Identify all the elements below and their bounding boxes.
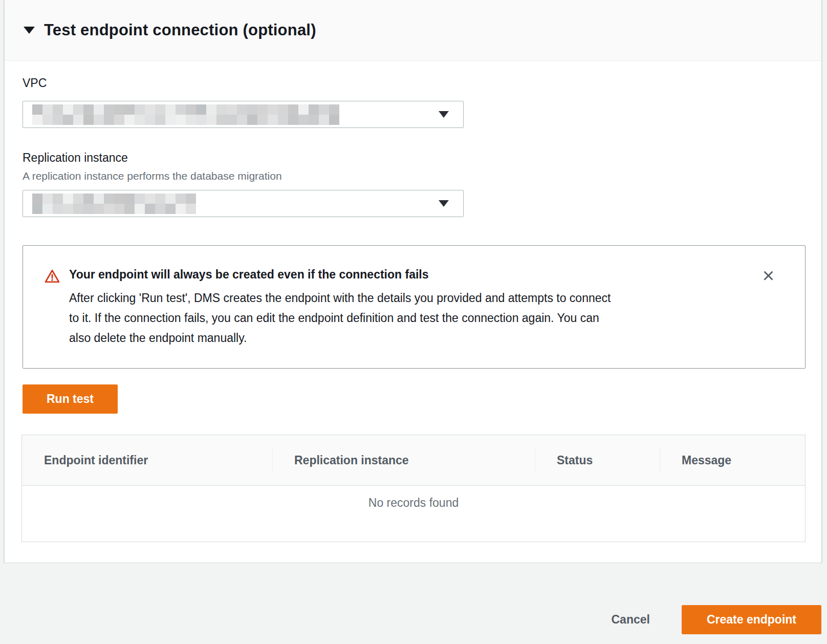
vpc-redacted-value xyxy=(32,104,339,125)
column-header-replication-instance: Replication instance xyxy=(272,435,535,485)
vpc-label: VPC xyxy=(23,76,47,90)
column-header-status: Status xyxy=(535,435,660,485)
replication-instance-redacted-value xyxy=(32,194,196,214)
table-empty-message: No records found xyxy=(22,486,805,542)
warning-title: Your endpoint will always be created eve… xyxy=(69,268,429,282)
run-test-button[interactable]: Run test xyxy=(23,384,118,414)
warning-body-line: After clicking 'Run test', DMS creates t… xyxy=(69,288,750,308)
warning-body: After clicking 'Run test', DMS creates t… xyxy=(69,288,750,348)
cancel-button[interactable]: Cancel xyxy=(611,613,649,627)
replication-instance-description: A replication instance performs the data… xyxy=(23,170,282,182)
close-icon[interactable] xyxy=(760,267,776,284)
warning-triangle-icon xyxy=(45,269,60,286)
replication-instance-label: Replication instance xyxy=(23,151,128,165)
warning-alert: Your endpoint will always be created eve… xyxy=(23,245,806,369)
column-header-message: Message xyxy=(660,435,805,485)
warning-body-line: to it. If the connection fails, you can … xyxy=(69,308,750,328)
column-header-endpoint-identifier: Endpoint identifier xyxy=(22,435,272,485)
section-header-toggle[interactable]: Test endpoint connection (optional) xyxy=(5,0,821,61)
caret-down-icon xyxy=(24,27,35,34)
caret-down-icon xyxy=(439,111,449,118)
vpc-select[interactable] xyxy=(23,101,464,128)
test-endpoint-connection-section: Test endpoint connection (optional) VPC … xyxy=(4,0,822,563)
create-endpoint-page: Test endpoint connection (optional) VPC … xyxy=(0,0,827,644)
test-results-table: Endpoint identifier Replication instance… xyxy=(21,435,806,542)
replication-instance-select[interactable] xyxy=(23,190,464,217)
caret-down-icon xyxy=(439,200,449,207)
warning-body-line: also delete the endpoint manually. xyxy=(69,328,750,348)
section-title: Test endpoint connection (optional) xyxy=(44,21,316,39)
footer-actions: Cancel Create endpoint xyxy=(611,605,821,634)
table-header-row: Endpoint identifier Replication instance… xyxy=(22,435,805,486)
create-endpoint-button[interactable]: Create endpoint xyxy=(682,605,821,634)
